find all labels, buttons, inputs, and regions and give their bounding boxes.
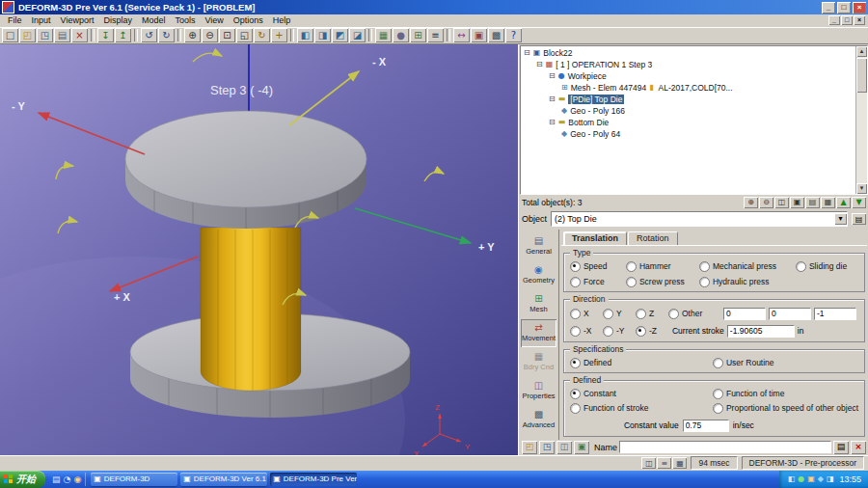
side-tab-movement[interactable]: ⇄Movement bbox=[521, 319, 556, 347]
viewport-scene[interactable]: Step 3 ( -4) bbox=[0, 44, 518, 455]
side-tab-mesh[interactable]: ⊞Mesh bbox=[521, 290, 556, 318]
view-front-icon[interactable]: ◧ bbox=[297, 28, 313, 42]
status-list-icon[interactable]: ≡ bbox=[657, 457, 671, 469]
redo-icon[interactable]: ↻ bbox=[158, 28, 175, 42]
taskbar-clock[interactable]: 13:55 bbox=[839, 474, 861, 484]
help-icon[interactable]: ? bbox=[505, 28, 522, 42]
import-icon[interactable]: ↧ bbox=[97, 28, 114, 42]
options-icon[interactable]: ▩ bbox=[488, 28, 504, 42]
direction-option--z[interactable]: -Z bbox=[636, 326, 668, 337]
view-iso-icon[interactable]: ◪ bbox=[349, 28, 366, 42]
delete-icon[interactable]: × bbox=[71, 28, 88, 42]
current-stroke-input[interactable] bbox=[727, 325, 795, 338]
type-option-mechanical-press[interactable]: Mechanical press bbox=[699, 261, 796, 272]
viewport-3d[interactable]: Step 3 ( -4) bbox=[0, 44, 518, 455]
view-side-icon[interactable]: ◨ bbox=[314, 28, 331, 42]
wireframe-icon[interactable]: ▦ bbox=[375, 28, 392, 42]
side-tab-advanced[interactable]: ▩Advanced bbox=[521, 406, 556, 434]
taskbar-task[interactable]: ▣DEFORM-3D Ver 6.1 ... bbox=[180, 473, 267, 486]
rotate-view-icon[interactable]: ↻ bbox=[254, 28, 270, 42]
direction-component-input-1[interactable] bbox=[769, 308, 811, 320]
status-grid-icon[interactable]: ▦ bbox=[672, 457, 687, 469]
undo-icon[interactable]: ↺ bbox=[141, 28, 157, 42]
quicklaunch-media-icon[interactable]: ◉ bbox=[73, 474, 81, 484]
object-list-icon[interactable]: ≡ bbox=[427, 28, 444, 42]
tree-scrollbar[interactable]: ▲ ▼ bbox=[855, 46, 867, 194]
minimize-button[interactable]: _ bbox=[822, 2, 835, 14]
direction-option-x[interactable]: X bbox=[570, 309, 603, 319]
open-database-icon[interactable]: ◰ bbox=[19, 28, 36, 42]
menu-help[interactable]: Help bbox=[268, 15, 296, 25]
side-tab-properties[interactable]: ◫Properties bbox=[521, 377, 556, 405]
move-up-icon[interactable]: ▲ bbox=[836, 197, 851, 208]
chevron-down-icon[interactable]: ▼ bbox=[834, 213, 847, 225]
tree-expander-icon[interactable]: ⊟ bbox=[549, 95, 556, 103]
direction-option-y[interactable]: Y bbox=[603, 309, 636, 319]
spec-option-defined[interactable]: Defined bbox=[570, 358, 713, 368]
tray-display-icon[interactable]: ◧ bbox=[788, 474, 796, 483]
start-button[interactable]: 开始 bbox=[0, 471, 45, 488]
workpiece-object[interactable] bbox=[201, 228, 301, 391]
tray-volume-icon[interactable]: ◨ bbox=[827, 474, 834, 483]
pan-view-icon[interactable]: + bbox=[271, 28, 287, 42]
zoom-fit-icon[interactable]: ◱ bbox=[236, 28, 253, 42]
side-tab-geometry[interactable]: ◉Geometry bbox=[521, 261, 556, 289]
scroll-up-icon[interactable]: ▲ bbox=[856, 46, 867, 57]
load-movement-icon[interactable]: ◰ bbox=[522, 441, 537, 454]
type-option-sliding-die[interactable]: Sliding die bbox=[796, 261, 858, 272]
menu-viewport[interactable]: Viewport bbox=[56, 15, 99, 25]
direction-option--y[interactable]: -Y bbox=[603, 326, 636, 337]
tab-translation[interactable]: Translation bbox=[563, 231, 627, 245]
export-icon[interactable]: ↥ bbox=[115, 28, 131, 42]
direction-option-other[interactable]: Other bbox=[668, 309, 719, 319]
menu-view[interactable]: View bbox=[200, 15, 228, 25]
type-option-screw-press[interactable]: Screw press bbox=[626, 277, 699, 287]
tree-item[interactable]: ◆Geo - Poly 166 bbox=[521, 105, 855, 117]
tree-item[interactable]: ⊟▣Block22 bbox=[521, 47, 855, 59]
mdi-minimize-button[interactable]: _ bbox=[828, 15, 840, 25]
tree-item[interactable]: ⊞Mesh - Elem 447494▮AL-2017,COLD[70... bbox=[521, 82, 855, 94]
status-display-icon[interactable]: ◫ bbox=[641, 457, 656, 469]
measure-icon[interactable]: ↔ bbox=[453, 28, 470, 42]
direction-component-input-0[interactable] bbox=[723, 308, 766, 320]
object-combo[interactable]: (2) Top Die ▼ bbox=[551, 211, 848, 227]
taskbar-task[interactable]: ▣DEFORM-3D bbox=[91, 473, 177, 486]
tab-rotation[interactable]: Rotation bbox=[628, 231, 678, 245]
copy-movement-icon[interactable]: ◫ bbox=[556, 441, 572, 454]
side-tab-general[interactable]: ▤General bbox=[521, 232, 556, 260]
print-icon[interactable]: ▤ bbox=[54, 28, 70, 42]
quicklaunch-browser-icon[interactable]: ◔ bbox=[64, 474, 71, 484]
preview-icon[interactable]: ▣ bbox=[574, 441, 589, 454]
virtual-keyboard-icon[interactable]: ▤ bbox=[833, 441, 849, 454]
tree-expander-icon[interactable]: ⊟ bbox=[549, 118, 556, 126]
type-option-hydraulic-press[interactable]: Hydraulic press bbox=[699, 277, 796, 287]
close-button[interactable]: × bbox=[853, 2, 866, 14]
zoom-in-icon[interactable]: ⊕ bbox=[184, 28, 201, 42]
direction-component-input-2[interactable] bbox=[814, 308, 856, 320]
panel-close-button[interactable]: × bbox=[851, 441, 866, 454]
capture-icon[interactable]: ▣ bbox=[471, 28, 487, 42]
defined-option-function-of-time[interactable]: Function of time bbox=[713, 389, 858, 399]
defined-option-proportional-to-speed-of-other-object[interactable]: Proportional to speed of other object bbox=[713, 403, 858, 414]
tray-network-icon[interactable]: ◆ bbox=[818, 474, 824, 483]
quicklaunch-desktop-icon[interactable]: ▤ bbox=[52, 474, 61, 484]
object-zoom-in-icon[interactable]: ⊕ bbox=[744, 197, 758, 208]
tree-item[interactable]: ⊟●Workpiece bbox=[521, 70, 855, 82]
save-movement-icon[interactable]: ◳ bbox=[539, 441, 555, 454]
name-input[interactable] bbox=[619, 441, 831, 453]
tree-item[interactable]: ⊟▬[PDie] Top Die bbox=[521, 94, 855, 105]
mesh-display-icon[interactable]: ⊞ bbox=[410, 28, 426, 42]
menu-options[interactable]: Options bbox=[229, 15, 268, 25]
constant-value-input[interactable] bbox=[683, 420, 729, 432]
save-icon[interactable]: ◳ bbox=[37, 28, 53, 42]
menu-model[interactable]: Model bbox=[137, 15, 171, 25]
tray-update-icon[interactable]: ▣ bbox=[807, 474, 815, 483]
object-zoom-out-icon[interactable]: ⊖ bbox=[759, 197, 773, 208]
scrollbar-track[interactable] bbox=[856, 93, 867, 183]
object-monitor-icon[interactable]: ▤ bbox=[805, 197, 820, 208]
defined-option-constant[interactable]: Constant bbox=[570, 389, 713, 399]
object-view-icon[interactable]: ◫ bbox=[774, 197, 789, 208]
mdi-close-button[interactable]: × bbox=[854, 15, 865, 25]
spec-option-user-routine[interactable]: User Routine bbox=[713, 358, 774, 368]
tree-expander-icon[interactable]: ⊟ bbox=[536, 60, 543, 68]
